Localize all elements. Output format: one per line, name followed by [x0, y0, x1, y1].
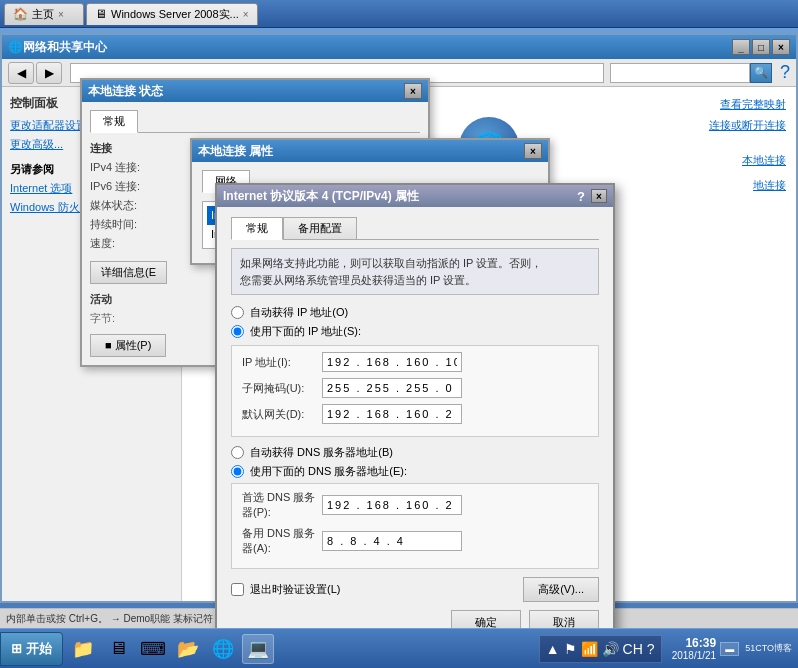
view-full-map-link[interactable]: 查看完整映射	[709, 97, 786, 112]
gateway-label: 默认网关(D):	[242, 407, 322, 422]
taskbar-apps: 📁 🖥 ⌨ 📂 🌐 💻	[67, 634, 274, 664]
preferred-dns-row: 首选 DNS 服务器(P):	[242, 490, 588, 520]
subnet-label: 子网掩码(U):	[242, 381, 322, 396]
gateway-row: 默认网关(D):	[242, 404, 588, 424]
dns-form: 首选 DNS 服务器(P): 备用 DNS 服务器(A):	[231, 483, 599, 569]
local-conn-link2[interactable]: 地连接	[709, 178, 786, 193]
local-conn-close[interactable]: ×	[404, 83, 422, 99]
local-prop-close[interactable]: ×	[524, 143, 542, 159]
windows-logo: ⊞	[11, 641, 22, 656]
speed-label: 速度:	[90, 236, 160, 251]
back-button[interactable]: ◀	[8, 62, 34, 84]
auto-ip-row: 自动获得 IP 地址(O)	[231, 305, 599, 320]
local-conn-tab-general[interactable]: 常规	[90, 110, 138, 133]
tray-network-icon[interactable]: 📶	[581, 641, 598, 657]
auto-dns-label: 自动获得 DNS 服务器地址(B)	[250, 445, 393, 460]
start-button[interactable]: ⊞ 开始	[0, 632, 63, 666]
tcpip-help-button[interactable]: ?	[577, 189, 585, 204]
start-label: 开始	[26, 640, 52, 658]
tcpip-close-button[interactable]: ×	[591, 189, 607, 203]
advanced-button[interactable]: 高级(V)...	[523, 577, 599, 602]
taskbar-app-1[interactable]: 🖥	[102, 634, 134, 664]
minimize-button[interactable]: _	[732, 39, 750, 55]
tab-server[interactable]: 🖥 Windows Server 2008实... ×	[86, 3, 258, 25]
gateway-input[interactable]	[322, 404, 462, 424]
search-box: 🔍	[610, 63, 772, 83]
manual-ip-radio[interactable]	[231, 325, 244, 338]
network-titlebar: 🌐 网络和共享中心 _ □ ×	[2, 35, 796, 59]
taskbar-app-4[interactable]: 🌐	[207, 634, 239, 664]
ipv4-label: IPv4 连接:	[90, 160, 160, 175]
taskbar-bottom: ⊞ 开始 📁 🖥 ⌨ 📂 🌐 💻 ▲ ⚑ 📶 🔊 CH ? 16:39 2018…	[0, 628, 798, 668]
home-tab-close[interactable]: ×	[58, 9, 64, 20]
clock-time: 16:39	[685, 636, 716, 650]
auto-ip-radio[interactable]	[231, 306, 244, 319]
close-button[interactable]: ×	[772, 39, 790, 55]
ip-address-input[interactable]	[322, 352, 462, 372]
forward-button[interactable]: ▶	[36, 62, 62, 84]
show-desktop-button[interactable]: ▬	[720, 642, 739, 656]
detail-button[interactable]: 详细信息(E	[90, 261, 167, 284]
subnet-input[interactable]	[322, 378, 462, 398]
preferred-dns-input[interactable]	[322, 495, 462, 515]
manual-dns-label: 使用下面的 DNS 服务器地址(E):	[250, 464, 407, 479]
tcpip-body: 常规 备用配置 如果网络支持此功能，则可以获取自动指派的 IP 设置。否则， 您…	[217, 207, 613, 645]
tcpip-titlebar: Internet 协议版本 4 (TCP/IPv4) 属性 ? ×	[217, 185, 613, 207]
validate-label: 退出时验证设置(L)	[250, 582, 340, 597]
server-tab-label: Windows Server 2008实...	[111, 7, 239, 22]
auto-dns-radio[interactable]	[231, 446, 244, 459]
tray-flag-icon[interactable]: ⚑	[564, 641, 577, 657]
ip-address-label: IP 地址(I):	[242, 355, 322, 370]
clock-area: 16:39 2018/1/21	[672, 636, 717, 661]
validate-checkbox-row: 退出时验证设置(L) 高级(V)...	[231, 577, 599, 602]
right-links: 查看完整映射 连接或断开连接 本地连接 地连接	[709, 97, 786, 199]
manual-dns-radio[interactable]	[231, 465, 244, 478]
taskbar-app-0[interactable]: 📁	[67, 634, 99, 664]
tray-up-arrow[interactable]: ▲	[546, 641, 560, 657]
tcpip-tab-alternate[interactable]: 备用配置	[283, 217, 357, 239]
taskbar-right: ▲ ⚑ 📶 🔊 CH ? 16:39 2018/1/21 ▬ 51CTO博客	[539, 635, 794, 663]
local-prop-title: 本地连接 属性 ×	[192, 140, 548, 162]
network-title-text: 网络和共享中心	[23, 39, 107, 56]
preferred-dns-label: 首选 DNS 服务器(P):	[242, 490, 322, 520]
connect-disconnect-link[interactable]: 连接或断开连接	[709, 118, 786, 133]
tab-home[interactable]: 🏠 主页 ×	[4, 3, 84, 25]
tcpip-tab-bar: 常规 备用配置	[231, 217, 599, 240]
tcpip-description: 如果网络支持此功能，则可以获取自动指派的 IP 设置。否则， 您需要从网络系统管…	[231, 248, 599, 295]
tray-sound-icon[interactable]: 🔊	[602, 641, 619, 657]
server-tab-icon: 🖥	[95, 7, 107, 21]
local-conn-link[interactable]: 本地连接	[709, 153, 786, 168]
ip-form: IP 地址(I): 子网掩码(U): 默认网关(D):	[231, 345, 599, 437]
alternate-dns-row: 备用 DNS 服务器(A):	[242, 526, 588, 556]
ip-address-row: IP 地址(I):	[242, 352, 588, 372]
taskbar-app-5[interactable]: 💻	[242, 634, 274, 664]
local-conn-controls: ×	[404, 83, 422, 99]
tray-ch-label[interactable]: CH	[623, 641, 643, 657]
tcpip-tab-general[interactable]: 常规	[231, 217, 283, 240]
taskbar-mini-buttons: ▬	[720, 642, 739, 656]
tcpip-window: Internet 协议版本 4 (TCP/IPv4) 属性 ? × 常规 备用配…	[215, 183, 615, 647]
properties-button[interactable]: ■ 属性(P)	[90, 334, 166, 357]
network-window-controls: _ □ ×	[732, 39, 790, 55]
server-tab-close[interactable]: ×	[243, 9, 249, 20]
taskbar-app-2[interactable]: ⌨	[137, 634, 169, 664]
local-prop-controls: ×	[524, 143, 542, 159]
alternate-dns-input[interactable]	[322, 531, 462, 551]
search-button[interactable]: 🔍	[750, 63, 772, 83]
subnet-row: 子网掩码(U):	[242, 378, 588, 398]
ipv6-label: IPv6 连接:	[90, 179, 160, 194]
help-icon[interactable]: ?	[780, 62, 790, 83]
media-label: 媒体状态:	[90, 198, 160, 213]
manual-ip-row: 使用下面的 IP 地址(S):	[231, 324, 599, 339]
validate-checkbox[interactable]	[231, 583, 244, 596]
alternate-dns-label: 备用 DNS 服务器(A):	[242, 526, 322, 556]
browser-tabs: 🏠 主页 × 🖥 Windows Server 2008实... ×	[0, 0, 798, 28]
taskbar-app-3[interactable]: 📂	[172, 634, 204, 664]
auto-ip-label: 自动获得 IP 地址(O)	[250, 305, 348, 320]
search-input[interactable]	[610, 63, 750, 83]
maximize-button[interactable]: □	[752, 39, 770, 55]
bytes-label: 字节:	[90, 311, 130, 326]
dns-radio-group: 自动获得 DNS 服务器地址(B) 使用下面的 DNS 服务器地址(E):	[231, 445, 599, 479]
main-content: 🌐 网络和共享中心 _ □ × ◀ ▶ 🔍 ? 控制面板 更改适配器设	[0, 28, 798, 636]
tray-help-icon[interactable]: ?	[647, 641, 655, 657]
